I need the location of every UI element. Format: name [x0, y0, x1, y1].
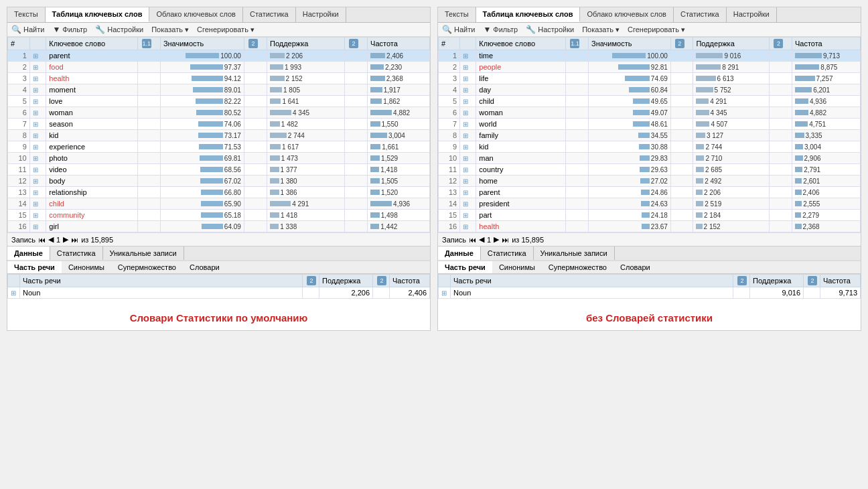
table-row[interactable]: 9⊞experience71.531 6171,661 — [8, 141, 430, 153]
speech-tab-0[interactable]: Часть речи — [438, 261, 492, 273]
tab-0[interactable]: Тексты — [438, 7, 476, 22]
table-row[interactable]: 16⊞health23.672 1522,368 — [439, 221, 861, 232]
table-row[interactable]: 8⊞family34.553 1273,335 — [439, 130, 861, 141]
generate-button[interactable]: Сгенерировать ▾ — [628, 25, 685, 34]
tab-3[interactable]: Статистика — [674, 7, 727, 22]
tab-2[interactable]: Облако ключевых слов — [149, 7, 243, 22]
freq-badge-col — [345, 221, 368, 232]
table-row[interactable]: 10⊞photo69.811 4731,529 — [8, 153, 430, 164]
tab-0[interactable]: Тексты — [7, 7, 46, 22]
bottom-tab-2[interactable]: Уникальные записи — [103, 247, 184, 260]
show-button[interactable]: Показать ▾ — [151, 25, 189, 34]
pagination-last[interactable]: ⏭ — [502, 236, 509, 244]
panel-left: ТекстыТаблица ключевых словОблако ключев… — [7, 7, 431, 331]
speech-tab-0[interactable]: Часть речи — [7, 261, 62, 273]
bottom-tab-2[interactable]: Уникальные записи — [534, 247, 615, 260]
sig-badge-col — [566, 130, 589, 141]
table-row[interactable]: 4⊞moment89.011 8051,917 — [8, 84, 430, 96]
tab-1[interactable]: Таблица ключевых слов — [46, 7, 150, 22]
find-button[interactable]: 🔍Найти — [11, 25, 44, 34]
tab-1[interactable]: Таблица ключевых слов — [476, 7, 581, 22]
pagination-first[interactable]: ⏮ — [38, 236, 46, 244]
table-row[interactable]: 15⊞community65.181 4181,498 — [8, 210, 430, 221]
sig-badge-col — [566, 164, 589, 176]
table-row[interactable]: 14⊞child65.904 2914,936 — [8, 198, 430, 210]
filter-button[interactable]: ▼Фильтр — [483, 25, 518, 34]
speech-tab-1[interactable]: Синонимы — [492, 261, 542, 273]
table-row[interactable]: 1⊞time100.009 0169,713 — [439, 50, 861, 62]
table-row[interactable]: 9⊞kid30.882 7443,004 — [439, 141, 861, 153]
row-frequency: 2,279 — [792, 210, 860, 221]
table-row[interactable]: 12⊞home27.022 4922,601 — [439, 176, 861, 187]
table-row[interactable]: 5⊞child49.654 2914,936 — [439, 96, 861, 107]
row-support: 1 380 — [267, 176, 345, 187]
table-row[interactable]: 2⊞food97.371 9932,230 — [8, 62, 430, 73]
col-header-6: Поддержка — [693, 38, 770, 50]
row-significance: 49.65 — [589, 96, 671, 107]
pagination-first[interactable]: ⏮ — [469, 236, 476, 244]
row-frequency: 6,201 — [792, 84, 860, 96]
row-keyword: family — [476, 130, 566, 141]
freq-badge-col — [345, 210, 368, 221]
row-icon: ⊞ — [460, 96, 476, 107]
pagination-last[interactable]: ⏭ — [71, 236, 78, 244]
table-row[interactable]: 13⊞relationship66.801 3861,520 — [8, 187, 430, 198]
table-row[interactable]: 11⊞video68.561 3771,418 — [8, 164, 430, 176]
tab-2[interactable]: Облако ключевых слов — [580, 7, 674, 22]
row-significance: 92.81 — [589, 62, 671, 73]
find-button[interactable]: 🔍Найти — [442, 25, 475, 34]
speech-tab-3[interactable]: Словари — [183, 261, 226, 273]
row-icon: ⊞ — [460, 221, 476, 232]
table-row[interactable]: 6⊞woman80.524 3454,882 — [8, 107, 430, 119]
show-button[interactable]: Показать ▾ — [582, 25, 620, 34]
table-row[interactable]: 5⊞love82.221 6411,862 — [8, 96, 430, 107]
table-row[interactable]: 3⊞health94.122 1522,368 — [8, 73, 430, 84]
table-row[interactable]: 1⊞parent100.002 2062,406 — [8, 50, 430, 62]
table-row[interactable]: 14⊞president24.632 5192,555 — [439, 198, 861, 210]
pagination-next[interactable]: ▶ — [494, 235, 499, 244]
speech-tab-2[interactable]: Супермножество — [542, 261, 613, 273]
bottom-tab-1[interactable]: Статистика — [481, 247, 534, 260]
table-row[interactable]: 2⊞people92.818 2918,875 — [439, 62, 861, 73]
row-frequency: 7,257 — [792, 73, 860, 84]
settings-button[interactable]: 🔧Настройки — [526, 25, 574, 34]
generate-button[interactable]: Сгенерировать ▾ — [197, 25, 255, 34]
table-row[interactable]: 12⊞body67.021 3801,505 — [8, 176, 430, 187]
row-significance: 24.18 — [589, 210, 671, 221]
keyword-table-area: #Ключевое слово1.1Значимость2Поддержка2Ч… — [438, 37, 861, 232]
table-row[interactable]: 15⊞part24.182 1842,279 — [439, 210, 861, 221]
speech-pos: Noun — [451, 287, 733, 299]
tab-4[interactable]: Настройки — [296, 7, 346, 22]
row-support: 4 507 — [693, 119, 770, 130]
speech-frequency: 9,713 — [820, 287, 861, 299]
pagination-next[interactable]: ▶ — [63, 235, 68, 244]
row-keyword: food — [46, 62, 137, 73]
table-row[interactable]: 6⊞woman49.074 3454,882 — [439, 107, 861, 119]
freq-badge-col — [770, 130, 792, 141]
tab-3[interactable]: Статистика — [243, 7, 296, 22]
speech-tab-3[interactable]: Словари — [613, 261, 657, 273]
bottom-tab-1[interactable]: Статистика — [50, 247, 103, 260]
table-row[interactable]: 16⊞girl64.091 3381,442 — [8, 221, 430, 232]
table-row[interactable]: 4⊞day60.845 7526,201 — [439, 84, 861, 96]
speech-tab-2[interactable]: Супермножество — [111, 261, 183, 273]
sig-badge-col — [137, 50, 160, 62]
filter-button[interactable]: ▼Фильтр — [52, 25, 87, 34]
table-row[interactable]: 13⊞parent24.862 2062,406 — [439, 187, 861, 198]
speech-tab-1[interactable]: Синонимы — [62, 261, 111, 273]
pagination-prev[interactable]: ◀ — [48, 235, 54, 244]
table-row[interactable]: 3⊞life74.696 6137,257 — [439, 73, 861, 84]
table-row[interactable]: 7⊞world48.614 5074,751 — [439, 119, 861, 130]
table-row[interactable]: 7⊞season74.061 4821,550 — [8, 119, 430, 130]
row-icon: ⊞ — [29, 153, 46, 164]
row-frequency: 1,498 — [368, 210, 430, 221]
tab-4[interactable]: Настройки — [727, 7, 777, 22]
table-row[interactable]: 10⊞man29.832 7102,906 — [439, 153, 861, 164]
sup-badge-col — [244, 198, 267, 210]
bottom-tab-0[interactable]: Данные — [7, 247, 50, 260]
bottom-tab-0[interactable]: Данные — [438, 247, 481, 260]
settings-button[interactable]: 🔧Настройки — [95, 25, 143, 34]
pagination-prev[interactable]: ◀ — [479, 235, 484, 244]
table-row[interactable]: 11⊞country29.632 6852,791 — [439, 164, 861, 176]
table-row[interactable]: 8⊞kid73.172 7443,004 — [8, 130, 430, 141]
